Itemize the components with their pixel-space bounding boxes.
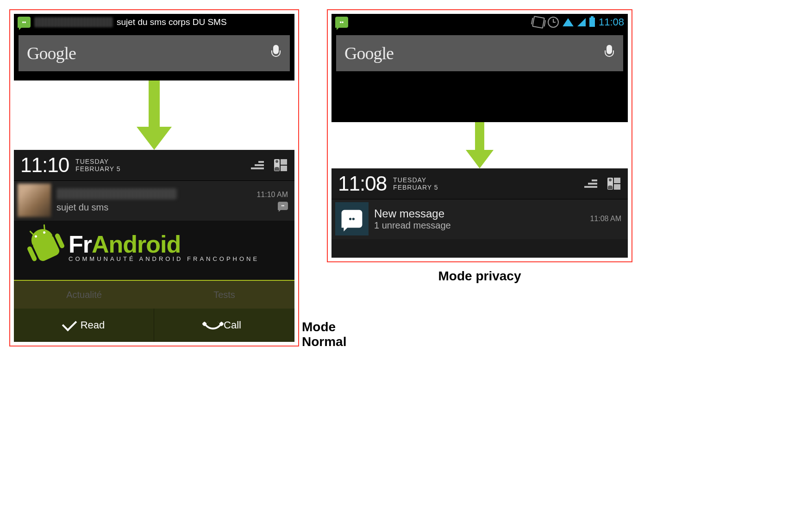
google-search-widget[interactable]: Google (19, 35, 290, 71)
android-robot-icon (21, 219, 72, 272)
notification-time: 11:08 AM (590, 215, 621, 223)
sms-app-large-icon: •• (335, 202, 369, 235)
shade-day: TUESDAY (393, 176, 438, 184)
notification-time: 11:10 AM (256, 191, 288, 199)
google-search-widget[interactable]: Google (336, 35, 623, 71)
sms-app-icon: •• (278, 202, 288, 210)
shade-date: FEBRUARY 5 (393, 184, 438, 191)
quick-settings-icon[interactable] (607, 178, 621, 190)
signal-icon (577, 18, 586, 26)
shade-date: FEBRUARY 5 (75, 165, 120, 173)
frandroid-tagline: COMMUNAUTÉ ANDROID FRANCOPHONE (69, 255, 259, 262)
action-call-label: Call (224, 319, 241, 331)
shade-day: TUESDAY (75, 158, 120, 165)
shade-time: 11:08 (338, 172, 387, 195)
action-call-button[interactable]: Call (154, 309, 294, 342)
phone-icon (205, 317, 222, 334)
action-read-label: Read (81, 319, 105, 331)
vibrate-icon (532, 16, 545, 29)
status-notification-text: sujet du sms corps DU SMS (117, 17, 291, 27)
mic-icon[interactable] (270, 45, 281, 62)
notification-shade-privacy: 11:08 TUESDAY FEBRUARY 5 •• Ne (331, 168, 628, 258)
notification-private[interactable]: •• New message 1 unread message 11:08 AM (331, 199, 628, 239)
background-tabs: Actualité Tests (14, 280, 294, 309)
homescreen-normal: •• sujet du sms corps DU SMS Google (14, 14, 294, 80)
contact-avatar-blurred (18, 184, 51, 217)
blurred-contact-name (56, 188, 177, 199)
blurred-sender (34, 17, 113, 27)
tab-tests: Tests (154, 281, 294, 309)
status-bar: •• 11:08 (331, 14, 628, 31)
wifi-icon (563, 18, 574, 26)
sms-icon: •• (335, 17, 348, 28)
homescreen-privacy: •• 11:08 Google (331, 14, 628, 122)
mode-normal-panel: •• sujet du sms corps DU SMS Google 11:1… (9, 9, 299, 346)
frandroid-fr: Fr (69, 231, 92, 258)
shade-time: 11:10 (20, 154, 69, 177)
notification-title: New message (374, 207, 584, 220)
notification-shade-normal: 11:10 TUESDAY FEBRUARY 5 sujet du sms 11 (14, 150, 294, 342)
shade-header: 11:10 TUESDAY FEBRUARY 5 (14, 150, 294, 180)
notification-subject: sujet du sms (56, 202, 251, 213)
caption-mode-normal: Mode Normal (302, 320, 346, 349)
quick-settings-icon[interactable] (274, 159, 288, 171)
frandroid-android: Android (92, 231, 181, 258)
shade-header: 11:08 TUESDAY FEBRUARY 5 (331, 168, 628, 199)
mic-icon[interactable] (604, 45, 615, 62)
mode-privacy-panel: •• 11:08 Google (327, 9, 632, 262)
clear-all-icon[interactable] (251, 159, 264, 171)
notification-subtitle: 1 unread message (374, 220, 584, 231)
tab-actualite: Actualité (14, 281, 154, 309)
status-bar: •• sujet du sms corps DU SMS (14, 14, 294, 31)
sms-icon: •• (18, 17, 31, 28)
frandroid-banner: FrAndroid COMMUNAUTÉ ANDROID FRANCOPHONE… (14, 221, 294, 309)
action-read-button[interactable]: Read (14, 309, 154, 342)
check-icon (62, 316, 77, 332)
notification-sms[interactable]: sujet du sms 11:10 AM •• (14, 180, 294, 221)
google-logo-text: Google (27, 43, 76, 63)
google-logo-text: Google (344, 43, 394, 63)
alarm-icon (548, 17, 559, 28)
battery-icon (589, 18, 595, 27)
notification-actions: Read Call (14, 309, 294, 342)
status-clock: 11:08 (599, 16, 624, 28)
caption-mode-privacy: Mode privacy (327, 269, 632, 284)
clear-all-icon[interactable] (584, 178, 597, 190)
